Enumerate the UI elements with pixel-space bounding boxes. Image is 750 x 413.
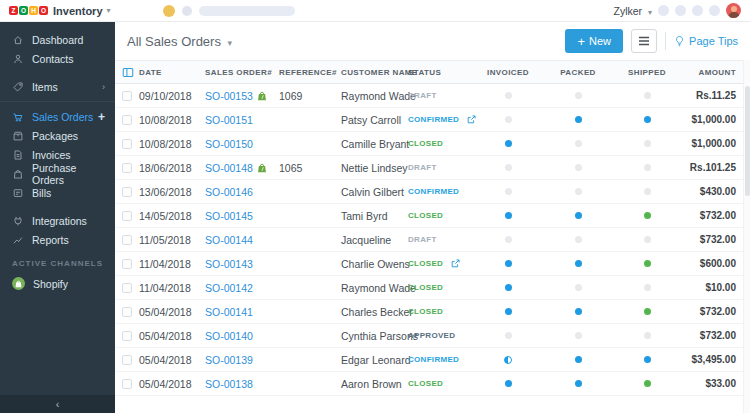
order-date: 05/04/2018 [139, 306, 205, 318]
sidebar-item-shopify[interactable]: Shopify [0, 274, 115, 293]
sales-order-link[interactable]: SO-00143 [205, 258, 253, 270]
row-checkbox[interactable] [122, 259, 132, 269]
status-badge: APPROVED [408, 331, 455, 340]
notification-dot-icon[interactable] [163, 5, 175, 17]
table-row[interactable]: 11/04/2018 SO-00142 Raymond Wade CLOSED … [115, 276, 750, 300]
row-checkbox[interactable] [122, 283, 132, 293]
scrollbar-track[interactable] [743, 60, 750, 413]
topbar-circle-icon[interactable] [182, 6, 192, 16]
header-date[interactable]: DATE [139, 68, 205, 77]
page-tips-button[interactable]: Page Tips [674, 35, 738, 47]
sales-order-link[interactable]: SO-00144 [205, 234, 253, 246]
sales-order-link[interactable]: SO-00141 [205, 306, 253, 318]
row-checkbox[interactable] [122, 91, 132, 101]
packed-indicator [575, 284, 582, 291]
sales-order-link[interactable]: SO-00153 [205, 90, 253, 102]
product-name: Inventory [53, 5, 103, 17]
header-amount[interactable]: AMOUNT [676, 68, 750, 77]
header-customer-name[interactable]: CUSTOMER NAME [341, 68, 408, 77]
invoiced-indicator [505, 308, 512, 315]
sidebar-item-sales-orders[interactable]: Sales Orders + [0, 107, 115, 126]
row-checkbox[interactable] [122, 211, 132, 221]
sidebar-item-integrations[interactable]: Integrations [0, 211, 115, 230]
scrollbar-thumb[interactable] [745, 86, 750, 196]
table-row[interactable]: 14/05/2018 SO-00145 Tami Byrd CLOSED $73… [115, 204, 750, 228]
topbar-icon-4[interactable] [709, 5, 720, 16]
sales-order-link[interactable]: SO-00142 [205, 282, 253, 294]
page-title-dropdown[interactable]: All Sales Orders ▾ [127, 34, 232, 49]
sales-order-link[interactable]: SO-00139 [205, 354, 253, 366]
sidebar-item-bills[interactable]: Bills [0, 183, 115, 202]
table-row[interactable]: 10/08/2018 SO-00150 Camille Bryant CLOSE… [115, 132, 750, 156]
sales-order-link[interactable]: SO-00138 [205, 378, 253, 390]
header-status[interactable]: STATUS [408, 68, 478, 77]
header-invoiced[interactable]: INVOICED [478, 68, 538, 77]
reference-number: 1069 [279, 90, 341, 102]
sidebar-item-contacts[interactable]: Contacts [0, 49, 115, 68]
invoiced-indicator [504, 356, 512, 364]
sales-order-link[interactable]: SO-00151 [205, 114, 253, 126]
sales-order-link[interactable]: SO-00150 [205, 138, 253, 150]
row-checkbox[interactable] [122, 139, 132, 149]
status-badge: DRAFT [408, 235, 437, 244]
external-link-icon[interactable] [466, 114, 477, 125]
header-reference[interactable]: REFERENCE# [279, 68, 341, 77]
org-switcher[interactable]: Zylker ▾ [613, 5, 652, 17]
order-amount: $732.00 [676, 210, 750, 221]
new-button[interactable]: +New [565, 29, 623, 53]
topbar-icon-3[interactable] [692, 5, 703, 16]
order-amount: Rs.101.25 [676, 162, 750, 173]
table-header: DATE SALES ORDER# REFERENCE# CUSTOMER NA… [115, 60, 750, 84]
table-row[interactable]: 05/04/2018 SO-00138 Aaron Brown CLOSED $… [115, 372, 750, 396]
topbar-icon-1[interactable] [658, 5, 669, 16]
row-checkbox[interactable] [122, 307, 132, 317]
list-view-button[interactable] [631, 29, 657, 53]
order-date: 11/04/2018 [139, 258, 205, 270]
sales-order-link[interactable]: SO-00148 [205, 162, 253, 174]
row-checkbox[interactable] [122, 331, 132, 341]
order-date: 09/10/2018 [139, 90, 205, 102]
sidebar-item-packages[interactable]: Packages [0, 126, 115, 145]
row-checkbox[interactable] [122, 187, 132, 197]
sidebar-collapse-button[interactable]: ‹ [0, 395, 115, 413]
external-link-icon[interactable] [450, 258, 461, 269]
table-row[interactable]: 10/08/2018 SO-00151 Patsy Carroll CONFIR… [115, 108, 750, 132]
table-row[interactable]: 05/04/2018 SO-00141 Charles Becker CLOSE… [115, 300, 750, 324]
table-row[interactable]: 05/04/2018 SO-00139 Edgar Leonard CONFIR… [115, 348, 750, 372]
sales-order-link[interactable]: SO-00140 [205, 330, 253, 342]
topbar-icon-2[interactable] [675, 5, 686, 16]
table-row[interactable]: 11/05/2018 SO-00144 Jacqueline DRAFT $73… [115, 228, 750, 252]
header-sales-order[interactable]: SALES ORDER# [205, 68, 279, 77]
table-row[interactable]: 09/10/2018 SO-00153 1069 Raymond Wade DR… [115, 84, 750, 108]
sidebar-item-reports[interactable]: Reports [0, 230, 115, 249]
sidebar-item-purchase-orders[interactable]: Purchase Orders [0, 164, 115, 183]
table-row[interactable]: 11/04/2018 SO-00143 Charlie Owens CLOSED… [115, 252, 750, 276]
add-sales-order-button[interactable]: + [98, 111, 105, 123]
header-packed[interactable]: PACKED [538, 68, 618, 77]
row-checkbox[interactable] [122, 163, 132, 173]
table-row[interactable]: 18/06/2018 SO-00148 1065 Nettie Lindsey … [115, 156, 750, 180]
sales-order-link[interactable]: SO-00146 [205, 186, 253, 198]
sales-order-link[interactable]: SO-00145 [205, 210, 253, 222]
contacts-icon [12, 53, 24, 65]
search-bar[interactable] [199, 6, 295, 16]
select-columns-icon[interactable] [122, 67, 134, 78]
shopify-channel-icon [257, 91, 267, 101]
row-checkbox[interactable] [122, 379, 132, 389]
customer-name: Calvin Gilbert [341, 186, 408, 198]
sidebar-item-dashboard[interactable]: Dashboard [0, 30, 115, 49]
zoho-brand[interactable]: Z O H O Inventory ▾ [0, 5, 111, 17]
table-row[interactable]: 05/04/2018 SO-00140 Cynthia Parsons APPR… [115, 324, 750, 348]
row-checkbox[interactable] [122, 235, 132, 245]
row-checkbox[interactable] [122, 115, 132, 125]
sidebar-item-label: Dashboard [32, 34, 83, 46]
user-avatar[interactable] [726, 3, 741, 18]
invoiced-indicator [505, 260, 512, 267]
invoiced-indicator [505, 140, 512, 147]
status-badge: CLOSED [408, 283, 443, 292]
row-checkbox[interactable] [122, 355, 132, 365]
table-row[interactable]: 13/06/2018 SO-00146 Calvin Gilbert CONFI… [115, 180, 750, 204]
header-shipped[interactable]: SHIPPED [618, 68, 676, 77]
sidebar-item-items[interactable]: Items › [0, 77, 115, 96]
order-amount: $1,000.00 [676, 114, 750, 125]
